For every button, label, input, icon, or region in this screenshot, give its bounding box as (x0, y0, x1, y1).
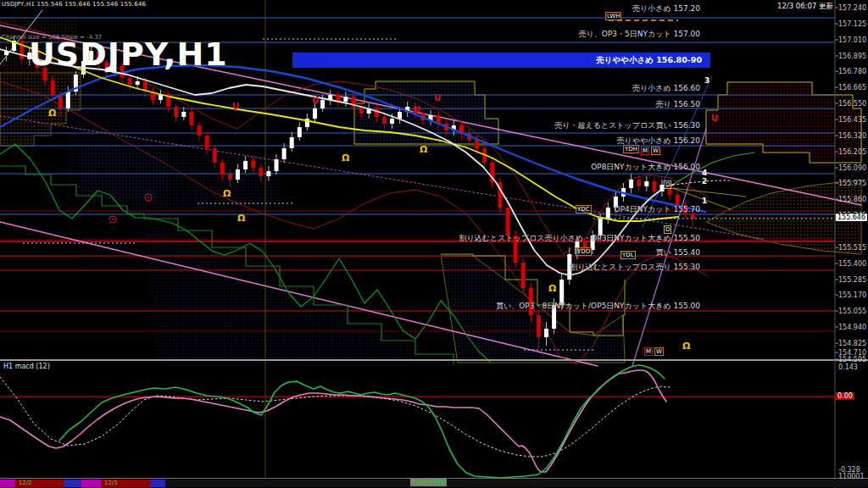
wave-count-number: 3 (704, 76, 709, 85)
candlestick (189, 112, 193, 125)
candlestick (181, 112, 186, 117)
price-axis-label: 154.825 (838, 340, 866, 347)
price-chart-canvas[interactable] (0, 0, 868, 488)
wave-count-number: 4 (702, 169, 707, 177)
candlestick (205, 136, 209, 148)
day-strip-date-label: 12/2 (19, 480, 32, 487)
price-annotation: 割り込むとストップロス売り 155.30 (570, 262, 700, 273)
candlestick (275, 159, 279, 171)
day-strip-segment[interactable] (81, 480, 101, 487)
macd-zero-label: 0.00 (836, 392, 854, 400)
price-annotation: 売り 156.50 (655, 99, 700, 110)
day-strip-segment[interactable] (0, 480, 15, 487)
price-axis-label: 155.860 (838, 196, 866, 203)
candlestick (136, 81, 140, 85)
price-annotation: 売り小さめ 157.20 (632, 3, 700, 14)
last-updated-timestamp: 12/3 06:07 更新 (777, 2, 833, 12)
price-axis-label: 157.240 (838, 4, 866, 12)
marker-box-ydh: YDH (623, 145, 639, 153)
price-annotation: OP8日NYカット大きめ 156.00 (591, 162, 700, 173)
price-axis-label: 157.010 (838, 36, 866, 44)
u-signal-icon: U (414, 105, 420, 114)
price-axis-label: 154.940 (838, 324, 866, 331)
candlestick (259, 168, 263, 176)
candlestick (51, 80, 55, 95)
price-axis-label: 155.975 (838, 180, 866, 187)
omega-signal-icon: Ω (237, 213, 245, 224)
marker-box-w: W (654, 347, 664, 356)
candlestick (290, 137, 294, 148)
candlestick (644, 181, 648, 186)
macd-value-tag: macd 0.176 (410, 479, 447, 486)
candlestick (398, 112, 402, 119)
candlestick (382, 117, 387, 124)
candlestick (19, 41, 24, 59)
candlestick (228, 174, 232, 180)
omega-signal-icon: Ω (342, 152, 349, 164)
marker-box-ydl: YDL (620, 251, 636, 259)
price-axis-label: 156.205 (838, 148, 866, 156)
price-annotation: 買い、OP3・8日NYカット/OP5日NYカット大きめ 155.00 (496, 301, 700, 312)
price-axis-label: 157.125 (838, 20, 866, 28)
marker-box-d: D (664, 225, 671, 234)
omega-signal-icon: Ω (48, 108, 56, 119)
macd-axis-label: 0.143 (838, 363, 858, 371)
candlestick (390, 119, 394, 124)
wave-count-number: 2 (702, 177, 707, 186)
candlestick (282, 148, 287, 159)
candlestick (652, 181, 656, 191)
marker-box-ydo: YDO (576, 247, 592, 256)
candlestick (537, 315, 541, 337)
price-axis-label: 156.320 (838, 132, 866, 140)
u-signal-icon: U (711, 114, 718, 123)
candlestick (375, 108, 379, 117)
candlestick (313, 108, 317, 119)
candlestick (298, 127, 302, 137)
candlestick (159, 95, 163, 100)
u-signal-icon: U (312, 96, 319, 105)
price-annotation: 売り、OP3・5日NYカット 157.00 (579, 29, 700, 40)
price-annotation: 売り小さめ 156.60 (632, 83, 700, 94)
price-axis-label: 155.515 (838, 244, 866, 252)
symbol-ohlc-line: USDJPY,H1 155.546 155.646 155.546 155.64… (2, 1, 146, 8)
omega-signal-icon: Ω (548, 283, 556, 294)
price-axis-label: 156.090 (838, 164, 866, 172)
marker-box-w: W (651, 147, 660, 155)
candlestick (243, 161, 248, 169)
omega-signal-icon: Ω (223, 188, 231, 199)
candlestick (475, 140, 479, 148)
candlestick (198, 125, 202, 136)
candlestick (506, 208, 510, 236)
marker-box-m: M (641, 147, 649, 155)
u-signal-icon: U (434, 93, 441, 103)
marker-box-ydc: YDC (576, 205, 592, 214)
wave-count-number: 1 (702, 197, 707, 205)
day-strip-segment[interactable] (64, 480, 81, 487)
candlestick (213, 148, 217, 163)
price-axis-label: 156.435 (838, 116, 866, 124)
candlestick (66, 92, 70, 108)
price-annotation: 買い 155.40 (655, 247, 700, 258)
current-price-box: 155.646 (836, 214, 867, 221)
price-annotation: 売り・超えるとストップロス買い 156.30 (554, 120, 700, 131)
price-axis-label: 156.550 (838, 100, 866, 108)
marker-box-m: M (644, 347, 653, 356)
price-annotation: 割り込むとストップロス売り小さめ・OP3日NYカット大きめ 155.50 (459, 233, 700, 244)
candlestick (629, 180, 633, 188)
candlestick (220, 163, 225, 174)
highlight-band-label: 売りやや小さめ 156.80-90 (596, 55, 702, 66)
price-axis-label: 154.595 (838, 356, 866, 363)
marker-box-lwh: LWH (605, 12, 621, 20)
marker-box-d: D (664, 180, 671, 189)
omega-signal-icon: Ω (682, 341, 690, 352)
highlight-band-156-80-90: 売りやや小さめ 156.80-90 (292, 53, 710, 68)
day-strip-segment[interactable] (150, 480, 165, 487)
day-strip-segment[interactable] (165, 480, 868, 487)
price-axis-label: 156.665 (838, 84, 866, 92)
day-strip-date-label: 12/3 (104, 480, 118, 487)
price-annotation: OP4日NYカット 155.70 (615, 204, 700, 215)
candlestick (236, 169, 240, 180)
candlestick (343, 97, 348, 102)
price-axis-label: 155.055 (838, 308, 866, 315)
candlestick (251, 161, 255, 168)
